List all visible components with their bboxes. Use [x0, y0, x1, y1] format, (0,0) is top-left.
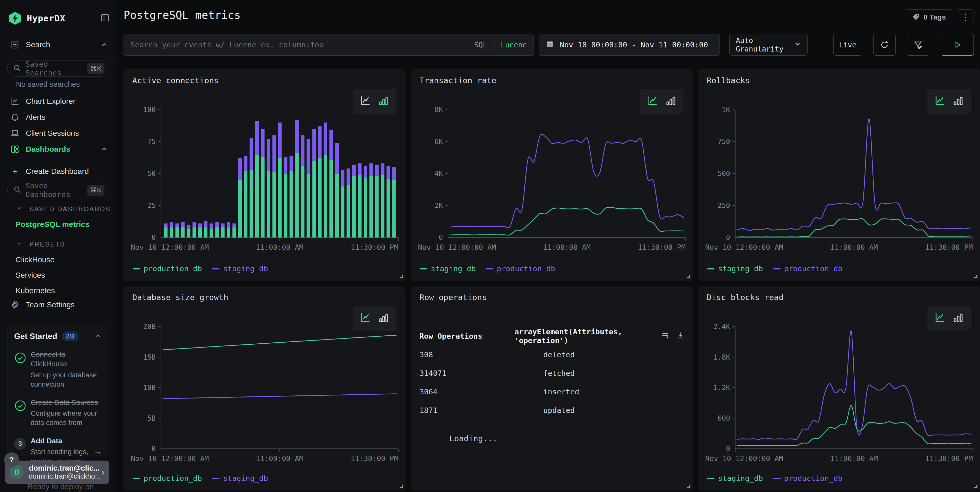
- legend-item[interactable]: staging_db: [707, 474, 763, 483]
- svg-text:11:30:00 PM: 11:30:00 PM: [351, 454, 398, 463]
- filter-button[interactable]: [907, 34, 929, 56]
- sidebar-item-search[interactable]: Search: [9, 37, 110, 53]
- line-view-button[interactable]: [360, 95, 371, 108]
- expand-rows-icon[interactable]: [661, 331, 670, 342]
- legend-item[interactable]: staging_db: [707, 264, 763, 273]
- chevron-right-icon: ›: [102, 467, 105, 478]
- resize-handle[interactable]: [974, 275, 977, 278]
- sidebar-item-chart-explorer[interactable]: Chart Explorer: [9, 93, 110, 109]
- legend-item[interactable]: production_db: [486, 264, 555, 273]
- bar-view-button[interactable]: [378, 95, 389, 108]
- svg-text:11:00:00 AM: 11:00:00 AM: [543, 243, 590, 252]
- collapse-sidebar-icon[interactable]: [100, 13, 110, 24]
- sql-toggle[interactable]: SQL: [474, 41, 487, 49]
- live-button[interactable]: Live: [833, 34, 862, 56]
- sidebar-item-client-sessions[interactable]: Client Sessions: [9, 125, 110, 141]
- step-title: Add Data: [30, 436, 91, 446]
- chevron-down-icon: [16, 205, 23, 213]
- event-search-input[interactable]: Search your events w/ Lucene ex. column:…: [124, 34, 534, 56]
- bell-icon: [9, 113, 21, 122]
- line-view-button[interactable]: [934, 95, 945, 108]
- line-view-button[interactable]: [360, 312, 371, 324]
- chevron-up-icon[interactable]: [94, 332, 102, 341]
- help-button[interactable]: ?: [4, 452, 19, 467]
- bar-view-button[interactable]: [952, 312, 964, 324]
- legend-item[interactable]: production_db: [133, 264, 202, 273]
- user-menu[interactable]: D dominic.tran@clic... dominic.tran@clic…: [5, 460, 109, 484]
- granularity-select[interactable]: Auto Granularity: [729, 34, 808, 56]
- chevron-down-icon: [794, 40, 801, 50]
- presets-header[interactable]: PRESETS: [16, 240, 117, 249]
- get-started-step[interactable]: Connect to ClickHouse Set up your databa…: [14, 350, 102, 389]
- chevron-up-icon[interactable]: [99, 145, 110, 153]
- sidebar-preset-services[interactable]: Services: [16, 271, 117, 280]
- chart-view-toggle: [927, 306, 971, 331]
- legend-label: staging_db: [223, 474, 268, 483]
- calendar-icon: [546, 40, 554, 50]
- sidebar-item-team-settings[interactable]: Team Settings: [9, 297, 112, 313]
- saved-dashboards-input[interactable]: Saved Dashboards ⌘K: [7, 182, 108, 198]
- hyperdx-logo-icon: [9, 12, 21, 25]
- laptop-icon: [9, 129, 21, 138]
- lucene-toggle[interactable]: Lucene: [501, 41, 527, 49]
- column-header[interactable]: Row Operations: [420, 332, 482, 340]
- panel-title: Active connections: [132, 76, 219, 85]
- svg-text:Nov 10 12:00:00 AM: Nov 10 12:00:00 AM: [418, 243, 496, 252]
- legend-swatch: [773, 478, 781, 479]
- line-view-button[interactable]: [647, 95, 658, 108]
- create-dashboard-button[interactable]: + Create Dashboard: [9, 165, 110, 178]
- cell-count: 308: [420, 350, 433, 359]
- resize-handle[interactable]: [974, 485, 977, 488]
- logo-row: HyperDX: [9, 9, 110, 27]
- sidebar-dashboard-postgresql-metrics[interactable]: PostgreSQL metrics: [16, 220, 117, 229]
- table-header: Row Operations arrayElement(Attributes, …: [420, 327, 685, 345]
- legend-item[interactable]: production_db: [133, 474, 202, 483]
- sidebar-item-dashboards[interactable]: Dashboards: [9, 141, 110, 157]
- resize-handle[interactable]: [400, 485, 403, 488]
- svg-text:11:30:00 PM: 11:30:00 PM: [925, 243, 973, 252]
- svg-text:10B: 10B: [143, 383, 156, 391]
- get-started-step[interactable]: Create Data Sources Configure where your…: [14, 398, 102, 428]
- bar-view-button[interactable]: [378, 312, 389, 324]
- saved-searches-input[interactable]: Saved Searches ⌘K: [7, 61, 108, 77]
- page-title: PostgreSQL metrics: [124, 9, 240, 21]
- dashboard-menu-button[interactable]: ⋮: [957, 9, 974, 25]
- download-icon[interactable]: [676, 331, 685, 342]
- sidebar-preset-kubernetes[interactable]: Kubernetes: [16, 286, 117, 295]
- tag-icon: [912, 13, 920, 22]
- table-row: 308 deleted: [420, 345, 685, 364]
- svg-text:1.8K: 1.8K: [713, 353, 730, 361]
- legend-item[interactable]: staging_db: [420, 264, 476, 273]
- svg-text:8K: 8K: [434, 107, 443, 113]
- resize-handle[interactable]: [687, 485, 690, 488]
- run-query-button[interactable]: [941, 34, 974, 56]
- chevron-up-icon[interactable]: [99, 41, 110, 48]
- svg-text:11:00:00 AM: 11:00:00 AM: [256, 243, 304, 252]
- resize-handle[interactable]: [687, 275, 690, 278]
- plus-icon: +: [9, 166, 21, 176]
- sidebar-item-alerts[interactable]: Alerts: [9, 109, 110, 125]
- tags-button[interactable]: 0 Tags: [905, 9, 952, 25]
- svg-text:11:00:00 AM: 11:00:00 AM: [830, 243, 878, 252]
- sidebar-preset-clickhouse[interactable]: ClickHouse: [16, 255, 117, 264]
- bar-view-button[interactable]: [665, 95, 676, 108]
- date-range-picker[interactable]: Nov 10 00:00:00 - Nov 11 00:00:00: [539, 34, 719, 56]
- refresh-button[interactable]: [873, 34, 896, 56]
- dashboards-icon: [9, 144, 21, 154]
- chart-legend: staging_db production_db: [707, 264, 843, 273]
- legend-item[interactable]: staging_db: [212, 264, 268, 273]
- bar-view-button[interactable]: [952, 95, 964, 108]
- legend-item[interactable]: staging_db: [212, 474, 268, 483]
- column-header[interactable]: arrayElement(Attributes, 'operation'): [508, 327, 656, 345]
- svg-text:0: 0: [726, 233, 730, 241]
- legend-item[interactable]: production_db: [773, 264, 843, 273]
- chart-view-toggle: [640, 89, 684, 114]
- resize-handle[interactable]: [400, 275, 403, 278]
- legend-item[interactable]: production_db: [773, 474, 843, 483]
- legend-swatch: [212, 478, 220, 479]
- line-view-button[interactable]: [934, 312, 945, 324]
- svg-text:5B: 5B: [147, 414, 156, 422]
- saved-dashboards-header[interactable]: SAVED DASHBOARDS: [16, 205, 117, 213]
- arrow-right-icon: →: [94, 446, 102, 456]
- sidebar-item-label: Team Settings: [26, 300, 112, 309]
